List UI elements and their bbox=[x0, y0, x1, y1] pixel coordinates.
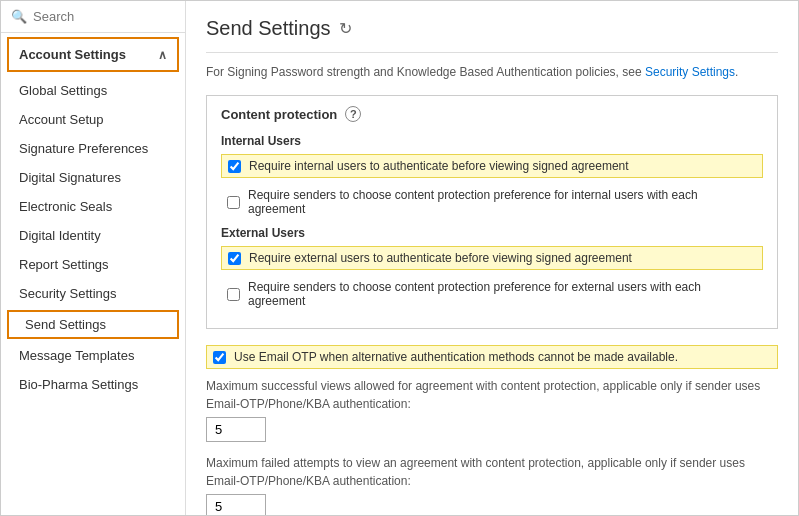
sidebar-item-signature-preferences[interactable]: Signature Preferences bbox=[1, 134, 185, 163]
search-icon: 🔍 bbox=[11, 9, 27, 24]
intro-paragraph: For Signing Password strength and Knowle… bbox=[206, 63, 778, 81]
sidebar-item-security-settings[interactable]: Security Settings bbox=[1, 279, 185, 308]
checkbox-row-external-sender: Require senders to choose content protec… bbox=[221, 276, 763, 312]
checkbox-internal-sender[interactable] bbox=[227, 196, 240, 209]
main-content: Send Settings ↻ For Signing Password str… bbox=[186, 1, 798, 515]
intro-text-prefix: For Signing Password strength and Knowle… bbox=[206, 65, 642, 79]
max-views-input-box[interactable] bbox=[206, 417, 266, 442]
sidebar-item-digital-signatures[interactable]: Digital Signatures bbox=[1, 163, 185, 192]
otp-checkbox-row: Use Email OTP when alternative authentic… bbox=[206, 345, 778, 369]
external-users-label: External Users bbox=[221, 226, 763, 240]
chevron-up-icon: ∧ bbox=[158, 48, 167, 62]
sidebar-parent-account-settings[interactable]: Account Settings ∧ bbox=[7, 37, 179, 72]
app-container: 🔍 Account Settings ∧ Global Settings Acc… bbox=[0, 0, 799, 516]
max-failed-input-box[interactable] bbox=[206, 494, 266, 515]
page-title-bar: Send Settings ↻ bbox=[206, 17, 778, 53]
content-protection-section: Content protection ? Internal Users Requ… bbox=[206, 95, 778, 329]
internal-users-label: Internal Users bbox=[221, 134, 763, 148]
checkbox-row-internal-auth: Require internal users to authenticate b… bbox=[221, 154, 763, 178]
sidebar-parent-label: Account Settings bbox=[19, 47, 126, 62]
sidebar-item-report-settings[interactable]: Report Settings bbox=[1, 250, 185, 279]
sidebar-item-account-setup[interactable]: Account Setup bbox=[1, 105, 185, 134]
section-title-bar: Content protection ? bbox=[221, 106, 763, 122]
max-views-input[interactable] bbox=[215, 422, 257, 437]
nav-section: Account Settings ∧ Global Settings Accou… bbox=[1, 33, 185, 515]
sidebar: 🔍 Account Settings ∧ Global Settings Acc… bbox=[1, 1, 186, 515]
sidebar-item-message-templates[interactable]: Message Templates bbox=[1, 341, 185, 370]
checkbox-otp[interactable] bbox=[213, 351, 226, 364]
max-failed-input[interactable] bbox=[215, 499, 257, 514]
sidebar-item-global-settings[interactable]: Global Settings bbox=[1, 76, 185, 105]
max-failed-description: Maximum failed attempts to view an agree… bbox=[206, 454, 778, 490]
checkbox-external-sender-label: Require senders to choose content protec… bbox=[248, 280, 757, 308]
checkbox-external-sender[interactable] bbox=[227, 288, 240, 301]
page-title-text: Send Settings bbox=[206, 17, 331, 40]
checkbox-internal-sender-label: Require senders to choose content protec… bbox=[248, 188, 757, 216]
checkbox-external-auth[interactable] bbox=[228, 252, 241, 265]
checkbox-row-internal-sender: Require senders to choose content protec… bbox=[221, 184, 763, 220]
checkbox-internal-auth-label: Require internal users to authenticate b… bbox=[249, 159, 629, 173]
otp-label: Use Email OTP when alternative authentic… bbox=[234, 350, 678, 364]
sidebar-item-bio-pharma-settings[interactable]: Bio-Pharma Settings bbox=[1, 370, 185, 399]
checkbox-internal-auth[interactable] bbox=[228, 160, 241, 173]
checkbox-external-auth-label: Require external users to authenticate b… bbox=[249, 251, 632, 265]
sidebar-item-send-settings[interactable]: Send Settings bbox=[7, 310, 179, 339]
sidebar-item-digital-identity[interactable]: Digital Identity bbox=[1, 221, 185, 250]
section-title-text: Content protection bbox=[221, 107, 337, 122]
search-input[interactable] bbox=[33, 9, 175, 24]
help-icon[interactable]: ? bbox=[345, 106, 361, 122]
search-box[interactable]: 🔍 bbox=[1, 1, 185, 33]
max-views-description: Maximum successful views allowed for agr… bbox=[206, 377, 778, 413]
sidebar-item-electronic-seals[interactable]: Electronic Seals bbox=[1, 192, 185, 221]
checkbox-row-external-auth: Require external users to authenticate b… bbox=[221, 246, 763, 270]
security-settings-link[interactable]: Security Settings bbox=[645, 65, 735, 79]
refresh-icon[interactable]: ↻ bbox=[339, 19, 352, 38]
